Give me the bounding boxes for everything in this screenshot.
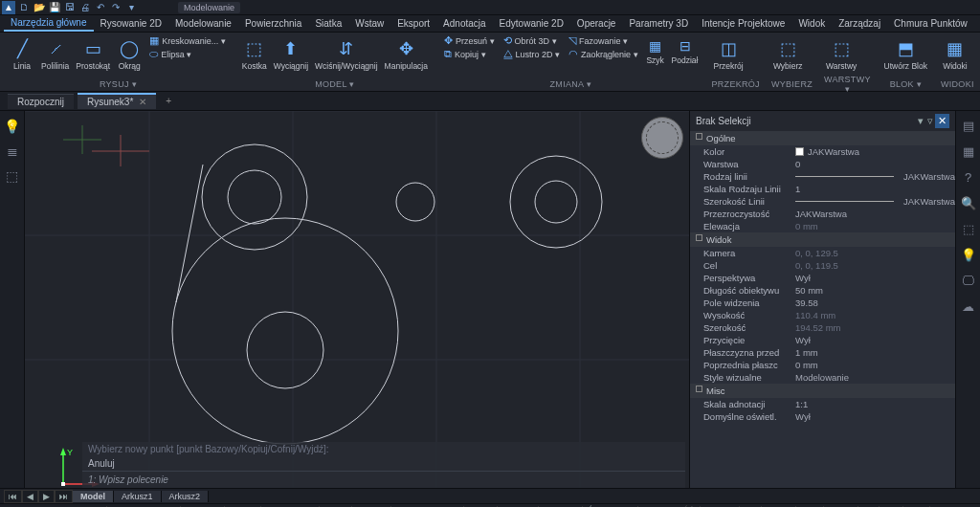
- qat-more-icon[interactable]: ▾: [124, 1, 138, 14]
- prop-row[interactable]: PrzycięcieWył: [690, 334, 955, 346]
- workspace-dropdown[interactable]: Modelowanie: [178, 2, 240, 13]
- bulb-icon[interactable]: 💡: [4, 119, 20, 134]
- saveas-icon[interactable]: 🖫: [63, 1, 77, 14]
- menu-edytowanie-2d[interactable]: Edytowanie 2D: [493, 16, 570, 31]
- prop-row[interactable]: Elewacja0 mm: [690, 220, 955, 232]
- tool-lustro[interactable]: ⧋Lustro 2D ▾: [503, 48, 561, 60]
- prop-row[interactable]: Skala adnotacji1:1: [690, 398, 955, 410]
- open-icon[interactable]: 📂: [33, 1, 46, 14]
- drawing-canvas[interactable]: Y X Wybierz nowy punkt [punkt Bazowy/Kop…: [25, 111, 689, 488]
- menu-modelowanie[interactable]: Modelowanie: [168, 16, 238, 31]
- layout-next[interactable]: ▶: [38, 490, 55, 503]
- tool-linia[interactable]: ╱Linia: [8, 34, 36, 73]
- prop-section[interactable]: Misc: [690, 384, 955, 398]
- menu-zarządzaj[interactable]: Zarządzaj: [832, 16, 887, 31]
- tool-blok[interactable]: ⬒Utwórz Blok: [882, 34, 929, 73]
- tool-wyciagnij[interactable]: ⬆Wyciągnij: [272, 34, 310, 73]
- prop-row[interactable]: Warstwa0: [690, 158, 955, 170]
- layers-panel-icon[interactable]: ≣: [7, 143, 18, 159]
- tool-kostka[interactable]: ⬚Kostka: [240, 34, 269, 73]
- prop-row[interactable]: Szerokość LiniiJAKWarstwa: [690, 195, 955, 208]
- prop-row[interactable]: Poprzednia płaszc0 mm: [690, 359, 955, 371]
- layout-first[interactable]: ⏮: [4, 490, 22, 503]
- menu-powierzchnia[interactable]: Powierzchnia: [238, 16, 308, 31]
- view-cube[interactable]: [641, 117, 683, 159]
- prop-section[interactable]: Ogólne: [690, 131, 955, 145]
- tool-manipulacja[interactable]: ✥Manipulacja: [383, 34, 430, 73]
- new-icon[interactable]: 🗋: [17, 1, 31, 14]
- menu-operacje[interactable]: Operacje: [570, 16, 623, 31]
- tool-prostokat[interactable]: ▭Prostokąt: [74, 34, 112, 73]
- prop-row[interactable]: Pole widzenia39.58: [690, 297, 955, 309]
- tool-kopiuj[interactable]: ⧉Kopiuj ▾: [444, 48, 495, 60]
- tool-wybierz[interactable]: ⬚Wybierz: [771, 34, 805, 73]
- chevron-down-icon[interactable]: ▾: [916, 115, 925, 127]
- bulb2-icon[interactable]: 💡: [961, 248, 976, 262]
- layout-last[interactable]: ⏭: [55, 490, 73, 503]
- menu-parametry-3d[interactable]: Parametry 3D: [622, 16, 695, 31]
- tool-szyk[interactable]: ▦Szyk: [644, 34, 667, 67]
- doc-tab[interactable]: Rozpocznij: [8, 94, 74, 109]
- menu-eksport[interactable]: Eksport: [390, 16, 436, 31]
- prop-row[interactable]: Kamera0, 0, 129.5: [690, 247, 955, 259]
- menu-adnotacja[interactable]: Adnotacja: [436, 16, 492, 31]
- grid-icon[interactable]: ▦: [963, 144, 974, 159]
- redo-icon[interactable]: ↷: [109, 1, 122, 14]
- command-line[interactable]: Wybierz nowy punkt [punkt Bazowy/Kopiuj/…: [82, 442, 685, 488]
- monitor-icon[interactable]: 🖵: [962, 274, 974, 288]
- tool-kreskowanie[interactable]: ▦Kreskowanie... ▾: [149, 34, 226, 47]
- layout-prev[interactable]: ◀: [22, 490, 38, 503]
- menu-narzędzia-główne[interactable]: Narzędzia główne: [4, 15, 94, 32]
- menu-chmura-punktów[interactable]: Chmura Punktów: [887, 16, 974, 31]
- menu-siatka[interactable]: Siatka: [308, 16, 348, 31]
- prop-row[interactable]: Skala Rodzaju Linii1: [690, 183, 955, 195]
- close-panel-icon[interactable]: ✕: [935, 114, 949, 128]
- help-icon[interactable]: ?: [965, 170, 971, 185]
- filter-icon[interactable]: ▿: [925, 115, 935, 127]
- tool-okrag[interactable]: ◯Okrąg: [115, 34, 144, 73]
- tool-polilinia[interactable]: ⟋Polilinia: [39, 34, 71, 73]
- prop-row[interactable]: Długość obiektywu50 mm: [690, 284, 955, 297]
- tool-fazowanie[interactable]: ◹Fazowanie ▾: [568, 34, 638, 47]
- tool-przesun[interactable]: ✥Przesuń ▾: [444, 34, 495, 47]
- layout-tab[interactable]: Arkusz2: [162, 491, 210, 502]
- app-icon[interactable]: ▲: [2, 1, 15, 14]
- doc-tab[interactable]: Rysunek3*✕: [78, 93, 156, 109]
- prop-row[interactable]: Płaszczyzna przed1 mm: [690, 346, 955, 359]
- tool-elipsa[interactable]: ⬭Elipsa ▾: [149, 48, 226, 60]
- menu-expresstools[interactable]: ExpressTools: [974, 16, 980, 31]
- tool-wcisnij[interactable]: ⇵Wciśnij/Wyciągnij: [313, 34, 380, 73]
- close-icon[interactable]: ✕: [139, 97, 146, 107]
- prop-row[interactable]: Domyślne oświetl.Wył: [690, 410, 955, 423]
- tool-warstwy[interactable]: ⬚Warstwy: [824, 34, 858, 73]
- prop-row[interactable]: Wysokość110.4 mm: [690, 309, 955, 321]
- cloud-icon[interactable]: ☁: [962, 299, 974, 314]
- layout-tab[interactable]: Arkusz1: [114, 491, 162, 502]
- menu-intencje-projektowe[interactable]: Intencje Projektowe: [695, 16, 791, 31]
- save-icon[interactable]: 💾: [48, 1, 61, 14]
- 3d-icon[interactable]: ⬚: [6, 168, 18, 184]
- prop-row[interactable]: Rodzaj liniiJAKWarstwa: [690, 170, 955, 183]
- tool-zaokraglenie[interactable]: ◠Zaokrąglenie ▾: [568, 48, 638, 60]
- comp-icon[interactable]: ⬚: [963, 222, 974, 236]
- menu-rysowanie-2d[interactable]: Rysowanie 2D: [94, 16, 168, 31]
- add-tab[interactable]: +: [160, 96, 177, 106]
- prop-row[interactable]: Cel0, 0, 119.5: [690, 259, 955, 272]
- tool-podzial[interactable]: ⊟Podział: [670, 34, 701, 67]
- tool-obrot3d[interactable]: ⟲Obrót 3D ▾: [503, 34, 561, 47]
- search-icon[interactable]: 🔍: [961, 196, 976, 210]
- tool-widoki[interactable]: ▦Widoki: [941, 34, 969, 73]
- prop-row[interactable]: Style wizualneModelowanie: [690, 371, 955, 384]
- prop-row[interactable]: Szerokość194.52 mm: [690, 321, 955, 334]
- print-icon[interactable]: 🖨: [78, 1, 92, 14]
- prop-row[interactable]: PerspektywaWył: [690, 272, 955, 284]
- undo-icon[interactable]: ↶: [94, 1, 107, 14]
- menu-wstaw[interactable]: Wstaw: [348, 16, 390, 31]
- layout-tab[interactable]: Model: [73, 491, 114, 502]
- tool-przekroj[interactable]: ◫Przekrój: [711, 34, 745, 73]
- prop-row[interactable]: KolorJAKWarstwa: [690, 145, 955, 158]
- palette-icon[interactable]: ▤: [963, 119, 974, 133]
- menu-widok[interactable]: Widok: [791, 16, 832, 31]
- prop-row[interactable]: PrzezroczystośćJAKWarstwa: [690, 208, 955, 220]
- command-input[interactable]: 1: Wpisz polecenie: [82, 471, 685, 488]
